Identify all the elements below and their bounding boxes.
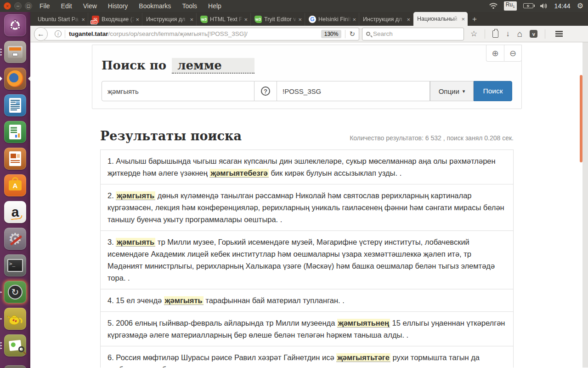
mail-icon: ✉ 20+: [92, 16, 99, 23]
launcher-item-file-manager[interactable]: [4, 41, 26, 63]
updater-icon: ↻: [8, 285, 23, 299]
menu-bookmarks[interactable]: Bookmarks: [139, 2, 171, 10]
new-tab-button[interactable]: +: [468, 13, 481, 26]
launcher-item-software-updater[interactable]: ↻: [4, 281, 26, 303]
result-keyword: җәмгыятьтәге: [336, 353, 390, 362]
pocket-icon[interactable]: v: [530, 30, 537, 38]
downloads-icon[interactable]: ↓: [506, 30, 510, 38]
firefox-window: Ubuntu Start Pa × ✉ 20+ Входящие (2 × Ин…: [30, 12, 588, 368]
terminal-icon: >_: [7, 259, 23, 272]
launcher-item-ubuntu-dash[interactable]: [4, 14, 26, 36]
tab-national-corpus[interactable]: Национальный ×: [413, 12, 468, 26]
tab-label: Инструкция дл: [146, 16, 189, 23]
reload-button[interactable]: ↻: [345, 30, 359, 38]
launcher-item-firefox[interactable]: [4, 68, 26, 90]
tab-label: Входящие (2: [102, 16, 135, 23]
result-text: тр Милли музее, Горький исемендәге музей…: [107, 238, 495, 282]
home-icon[interactable]: ⌂: [517, 29, 522, 38]
launcher-item-amazon[interactable]: a: [4, 201, 26, 223]
grammar-filter-input[interactable]: [277, 81, 430, 101]
result-text: 5. 2006 елның гыйнвар-февраль айларында …: [107, 319, 337, 327]
tab-instruction-2[interactable]: Инструкция дл ×: [359, 13, 413, 26]
writer-document-icon: [9, 98, 21, 113]
session-gear-icon[interactable]: ⚙: [577, 1, 583, 10]
scrollbar-track[interactable]: [582, 42, 588, 368]
result-text: дөнья күләмендә танылган рәссамнар Никол…: [107, 191, 504, 224]
bookmarks-menu-icon[interactable]: [492, 30, 498, 38]
tab-close-icon[interactable]: ×: [461, 16, 465, 23]
tab-label: Helsinki Finit: [318, 16, 351, 23]
teapot-icon: [7, 312, 23, 326]
launcher-item-teapot-app[interactable]: [4, 308, 26, 330]
add-search-row-button[interactable]: ⊕: [486, 45, 504, 62]
tab-tryit-editor[interactable]: w3 Tryit Editor v ×: [251, 13, 305, 26]
launcher-item-screenshot-tool[interactable]: [4, 334, 26, 356]
launcher-item-ubuntu-software-center[interactable]: A: [4, 174, 26, 196]
result-item: 1. Ачылыш барышында чыгыш ясаган күпсанл…: [101, 150, 513, 184]
tab-close-icon[interactable]: ×: [407, 16, 410, 23]
launcher-item-libreoffice-writer[interactable]: [4, 94, 26, 116]
search-icon: [366, 32, 370, 36]
tab-close-icon[interactable]: ×: [81, 16, 85, 23]
tab-close-icon[interactable]: ×: [190, 16, 193, 23]
tab-close-icon[interactable]: ×: [352, 16, 356, 23]
wifi-icon[interactable]: [489, 3, 498, 9]
tab-instruction-1[interactable]: Инструкция дл ×: [142, 13, 197, 26]
tab-label: Ubuntu Start Pa: [38, 16, 80, 23]
tab-html-text[interactable]: w3 HTML Text F ×: [197, 13, 251, 26]
battery-icon[interactable]: [523, 3, 533, 8]
tab-inbox[interactable]: ✉ 20+ Входящие (2 ×: [88, 13, 142, 26]
menu-tools[interactable]: Tools: [182, 2, 197, 10]
url-bar[interactable]: i tugantel.tatar/corpus/op/search/lemma/…: [43, 28, 359, 40]
result-keyword: җәмгыятьнең: [337, 319, 390, 328]
result-item: 2. җәмгыять дөнья күләмендә танылган рәс…: [101, 184, 513, 230]
options-label: Опции: [439, 87, 459, 95]
window-close-button[interactable]: ×: [4, 2, 11, 10]
launcher-item-libreoffice-calc[interactable]: [4, 121, 26, 143]
firefox-icon: [7, 70, 23, 87]
remove-search-row-button[interactable]: ⊖: [504, 45, 522, 62]
amazon-icon: a: [11, 207, 19, 217]
launcher-item-terminal[interactable]: >_: [4, 254, 26, 276]
search-panel: ⊕ ⊖ Поиск по лемме ? Опции ▾ Поиск: [92, 45, 522, 109]
w3schools-icon: w3: [254, 16, 262, 23]
back-button[interactable]: ←: [34, 27, 48, 41]
menu-view[interactable]: View: [83, 2, 97, 10]
zoom-level-badge[interactable]: 130%: [321, 30, 342, 38]
browser-search-bar[interactable]: [362, 28, 464, 40]
menu-hamburger-icon[interactable]: [555, 31, 563, 32]
volume-icon[interactable]: [540, 3, 548, 9]
tab-label: Инструкция дл: [363, 16, 406, 23]
help-button[interactable]: ?: [254, 81, 277, 101]
menu-edit[interactable]: Edit: [61, 2, 72, 10]
tab-close-icon[interactable]: ×: [298, 16, 302, 23]
unity-launcher: ▸▸▸: [0, 12, 30, 368]
search-mode-selector[interactable]: лемме: [172, 58, 254, 74]
tab-helsinki[interactable]: G Helsinki Finit ×: [305, 13, 359, 26]
launcher-item-system-settings[interactable]: ⚙: [4, 228, 26, 250]
tab-ubuntu-start-page[interactable]: Ubuntu Start Pa ×: [34, 13, 88, 26]
browser-search-input[interactable]: [373, 30, 460, 37]
search-button[interactable]: Поиск: [474, 81, 512, 101]
lemma-query-input[interactable]: [102, 81, 254, 101]
menu-file[interactable]: File: [40, 2, 50, 10]
window-minimize-button[interactable]: –: [14, 2, 22, 10]
unread-badge: 20+: [90, 20, 97, 24]
tab-close-icon[interactable]: ×: [244, 16, 248, 23]
menu-history[interactable]: History: [108, 2, 128, 10]
result-keyword: җәмгыять: [116, 191, 155, 200]
clock[interactable]: 14:44: [554, 2, 571, 10]
window-maximize-button[interactable]: ◻: [25, 2, 32, 10]
tab-close-icon[interactable]: ×: [136, 16, 139, 23]
calc-spreadsheet-icon: [9, 125, 21, 139]
page-info-icon[interactable]: i: [55, 30, 62, 37]
launcher-item-libreoffice-impress[interactable]: [4, 148, 26, 170]
results-heading: Результаты поиска: [100, 129, 242, 143]
scrollbar-thumb[interactable]: [580, 75, 582, 162]
options-button[interactable]: Опции ▾: [430, 81, 474, 101]
keyboard-layout-indicator[interactable]: Ru1: [504, 1, 517, 11]
menu-help[interactable]: Help: [208, 2, 221, 10]
bookmark-star-icon[interactable]: ☆: [470, 30, 477, 38]
running-indicator: ▸▸▸: [0, 341, 2, 350]
launcher-item-trash[interactable]: [4, 365, 26, 368]
